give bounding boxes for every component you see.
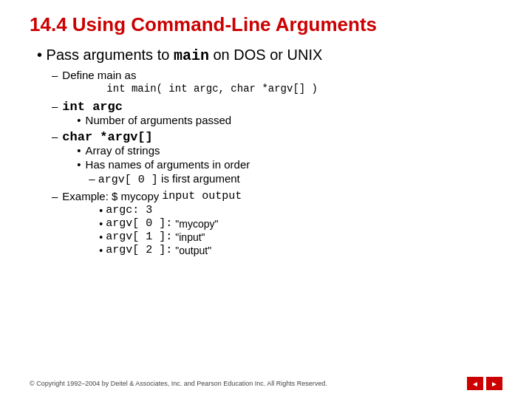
define-main-content: Define main as int main( int argc, char … — [62, 69, 318, 98]
argc-bullet-1: • Number of arguments passed — [77, 114, 231, 126]
list-argv1: argv[ 1 ]: — [106, 231, 172, 243]
footer-text: © Copyright 1992–2004 by Deitel & Associ… — [30, 380, 327, 387]
argv-dot-1: • — [77, 144, 81, 157]
slide-content: • Pass arguments to main on DOS or UNIX … — [30, 47, 502, 372]
argc-dot: • — [77, 114, 81, 126]
define-main-label: Define main as — [62, 69, 136, 81]
list-item-2: • argv[ 0 ]: "mycopy" — [99, 217, 242, 230]
dash-1: – — [52, 69, 58, 81]
argv-text-1: Array of strings — [86, 144, 160, 157]
argv-bullet-1: • Array of strings — [77, 144, 250, 157]
example-list: • argc: 3 • argv[ 0 ]: "mycopy" • argv[ … — [99, 204, 242, 256]
list-dot-1: • — [99, 205, 103, 216]
nav-buttons: ◄ ► — [467, 377, 502, 390]
slide-title: 14.4 Using Command-Line Arguments — [30, 13, 502, 36]
next-button[interactable]: ► — [486, 377, 502, 390]
list-item-3: • argv[ 1 ]: "input" — [99, 231, 242, 243]
example-code: input output — [162, 190, 242, 202]
dash-4: – — [52, 190, 58, 202]
footer: © Copyright 1992–2004 by Deitel & Associ… — [30, 377, 502, 390]
prev-button[interactable]: ◄ — [467, 377, 483, 390]
section-argv: – char *argv[] • Array of strings • Has … — [52, 130, 502, 188]
list-item-1: • argc: 3 — [99, 204, 242, 216]
list-argv0: argv[ 0 ]: — [106, 217, 172, 230]
section-define-main: – Define main as int main( int argc, cha… — [52, 69, 502, 98]
sub-section: – Define main as int main( int argc, cha… — [52, 69, 502, 257]
section-example: – Example: $ mycopy input output • argc:… — [52, 190, 502, 257]
argv-content: char *argv[] • Array of strings • Has na… — [62, 130, 250, 188]
list-argv2-val: "output" — [175, 245, 211, 256]
dash-3: – — [52, 130, 58, 143]
list-argv0-val: "mycopy" — [175, 218, 218, 230]
argv-first-arg: argv[ 0 ] — [98, 174, 158, 186]
list-dot-2: • — [99, 218, 103, 230]
argv-dot-2: • — [77, 158, 81, 171]
example-content: Example: $ mycopy input output • argc: 3… — [62, 190, 242, 257]
bullet-text-after: on DOS or UNIX — [213, 47, 322, 63]
argv-text-2: Has names of arguments in order — [86, 158, 250, 171]
argv-bullet-2: • Has names of arguments in order — [77, 158, 250, 171]
define-main-code: int main( int argc, char *argv[] ) — [106, 83, 318, 95]
argc-content: int argc • Number of arguments passed — [62, 100, 231, 128]
section-argc: – int argc • Number of arguments passed — [52, 100, 502, 128]
list-dot-4: • — [99, 245, 103, 256]
bullet-text-before: Pass arguments to — [47, 47, 170, 63]
list-argv2: argv[ 2 ]: — [106, 244, 172, 256]
list-item-4: • argv[ 2 ]: "output" — [99, 244, 242, 256]
main-bullet: • Pass arguments to main on DOS or UNIX — [37, 47, 502, 64]
list-dot-3: • — [99, 231, 103, 243]
list-argv1-val: "input" — [175, 231, 205, 243]
main-code: main — [174, 47, 209, 64]
argv-label: char *argv[] — [62, 130, 152, 144]
list-argc: argc: 3 — [106, 204, 152, 216]
argc-bullet-text: Number of arguments passed — [86, 114, 232, 126]
argc-label: int argc — [62, 100, 123, 114]
dash-2: – — [52, 100, 58, 112]
example-line: Example: $ mycopy input output — [62, 190, 242, 202]
argv-nested: – argv[ 0 ] is first argument — [89, 172, 250, 186]
slide: 14.4 Using Command-Line Arguments • Pass… — [0, 0, 532, 399]
